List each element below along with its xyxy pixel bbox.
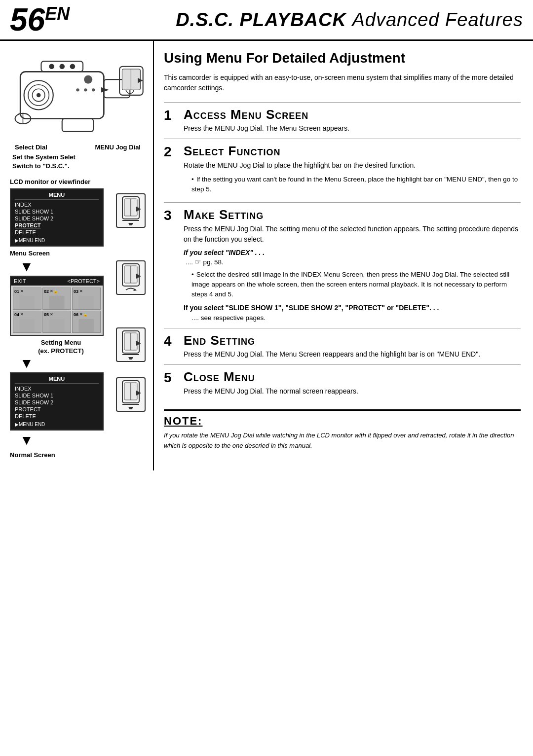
camcorder-illustration [10,51,146,136]
step-3-index-bullet: Select the desired still image in the IN… [191,270,521,300]
svg-rect-27 [49,319,65,332]
step-3-sub-slideshow: If you select "SLIDE SHOW 1", "SLIDE SHO… [184,304,521,323]
page-header: 56EN D.S.C. PLAYBACK Advanced Features [0,0,533,41]
menu-screen-box-1: MENU INDEX SLIDE SHOW 1 SLIDE SHOW 2 PRO… [10,188,104,247]
step-3-page-ref: .... ☞ pg. 58. [186,258,521,266]
protect-cell-01: 01✕ [13,288,41,310]
step-4: 4 End Setting Press the MENU Jog Dial. T… [164,328,521,365]
svg-rect-23 [20,295,35,309]
jog-press-svg-1 [118,196,143,225]
jog-column [116,188,146,412]
step-3-heading: Make Setting [184,208,521,222]
step-1-heading: Access Menu Screen [184,108,521,122]
menu-item-protect: PROTECT [15,222,99,229]
step-4-text: Press the MENU Jog Dial. The Menu Screen… [184,349,521,360]
intro-text: This camcorder is equipped with an easy-… [164,72,521,93]
step-3-slideshow-heading: If you select "SLIDE SHOW 1", "SLIDE SHO… [184,304,521,312]
menu-screen-box-2: MENU INDEX SLIDE SHOW 1 SLIDE SHOW 2 PRO… [10,372,104,431]
select-dial-label: Select Dial [15,144,47,151]
step-3-number: 3 [164,209,178,222]
step-1-text: Press the MENU Jog Dial. The Menu Screen… [184,123,521,134]
svg-rect-28 [79,319,94,332]
page-number: 56EN [10,4,70,36]
svg-marker-45 [128,357,133,360]
menu-item-slideshow1: SLIDE SHOW 1 [15,208,99,215]
svg-marker-51 [128,407,133,409]
step-2-text: Rotate the MENU Jog Dial to place the hi… [184,160,521,171]
arrow-down-2: ▼ [20,356,112,371]
step-3-bullet-text: Select the desired still image in the IN… [191,271,509,298]
step-5-heading: Close Menu [184,370,521,384]
svg-point-8 [49,64,54,69]
header-title: D.S.C. PLAYBACK Advanced Features [176,9,523,31]
dial-labels: Select Dial MENU Jog Dial [10,144,146,151]
camcorder-svg [10,51,146,134]
section-title: Using Menu For Detailed Adjustment [164,50,521,67]
svg-point-14 [84,88,87,91]
menu-item-index: INDEX [15,201,99,208]
setting-menu-label-box: Setting Menu (ex. PROTECT) [10,338,112,355]
step-1-number: 1 [164,108,178,122]
right-column: Using Menu For Detailed Adjustment This … [153,41,533,470]
step-2-number: 2 [164,145,178,159]
step-2-content: Select Function Rotate the MENU Jog Dial… [184,144,521,197]
step-2-heading: Select Function [184,144,521,158]
step-3-content: Make Setting Press the MENU Jog Dial. Th… [184,208,521,323]
normal-screen-label: Normal Screen [10,451,112,459]
step-3-sub-index: If you select "INDEX" . . . .... ☞ pg. 5… [184,249,521,300]
note-text: If you rotate the MENU Jog Dial while wa… [164,431,521,451]
protect-cell-06: 06✕🔒 [72,311,101,333]
arrow-down-3: ▼ [20,432,112,448]
arrow-down-1: ▼ [20,259,112,275]
svg-rect-26 [20,319,35,332]
svg-point-9 [59,64,65,69]
step-3-index-heading: If you select "INDEX" . . . [184,249,521,256]
jog-rotate-svg [118,263,143,292]
menu-screen-label: Menu Screen [10,250,112,257]
protect-cell-04: 04✕ [13,311,41,333]
svg-point-15 [92,88,95,91]
menu-jog-dial-label: MENU Jog Dial [95,144,141,151]
jog-press-icon-2 [116,327,146,362]
system-label: Set the System Selet Switch to "D.S.C.". [10,153,146,171]
svg-rect-12 [62,118,93,131]
protect-screen-box: EXIT <PROTECT> 01✕ 02✕🔒 03✕ [10,276,104,336]
menu-flow-area: MENU INDEX SLIDE SHOW 1 SLIDE SHOW 2 PRO… [10,188,146,461]
step-5-number: 5 [164,371,178,385]
jog-press-icon-3 [116,377,146,412]
menu-item-slideshow2: SLIDE SHOW 2 [15,215,99,222]
step-2-bullet: If the setting you want can't be found i… [191,175,521,195]
step-3-text: Press the MENU Jog Dial. The setting men… [184,224,521,245]
protect-cell-05: 05✕ [42,311,71,333]
jog-press-svg-3 [118,380,143,409]
step-3: 3 Make Setting Press the MENU Jog Dial. … [164,202,521,328]
svg-marker-16 [101,87,109,93]
svg-point-10 [70,64,76,69]
step-3-slideshow-text: .... see respective pages. [191,313,521,323]
svg-rect-25 [79,295,94,309]
protect-header: EXIT <PROTECT> [11,277,103,286]
jog-press-svg-2 [118,330,143,360]
protect-cell-02: 02✕🔒 [42,288,71,310]
svg-point-4 [37,93,40,97]
step-5-text: Press the MENU Jog Dial. The normal scre… [184,386,521,396]
lcd-monitor-label: LCD monitor or viewfinder [10,178,146,185]
protect-grid: 01✕ 02✕🔒 03✕ 04✕ [11,286,103,335]
svg-point-11 [84,75,92,84]
step-4-content: End Setting Press the MENU Jog Dial. The… [184,333,521,360]
protect-cell-03: 03✕ [72,288,101,310]
menu-flow: MENU INDEX SLIDE SHOW 1 SLIDE SHOW 2 PRO… [10,188,112,461]
svg-marker-34 [128,223,133,225]
step-4-number: 4 [164,334,178,348]
step-1-content: Access Menu Screen Press the MENU Jog Di… [184,108,521,134]
step-2-bullet-text: If the setting you want can't be found i… [191,176,518,193]
step-5-content: Close Menu Press the MENU Jog Dial. The … [184,370,521,396]
jog-rotate-icon [116,260,146,295]
note-title: NOTE: [164,415,521,428]
main-content: Select Dial MENU Jog Dial Set the System… [0,41,533,470]
step-5: 5 Close Menu Press the MENU Jog Dial. Th… [164,364,521,401]
note-section: NOTE: If you rotate the MENU Jog Dial wh… [164,409,521,451]
left-column: Select Dial MENU Jog Dial Set the System… [0,41,153,470]
jog-press-icon-1 [116,193,146,228]
step-1: 1 Access Menu Screen Press the MENU Jog … [164,102,521,139]
